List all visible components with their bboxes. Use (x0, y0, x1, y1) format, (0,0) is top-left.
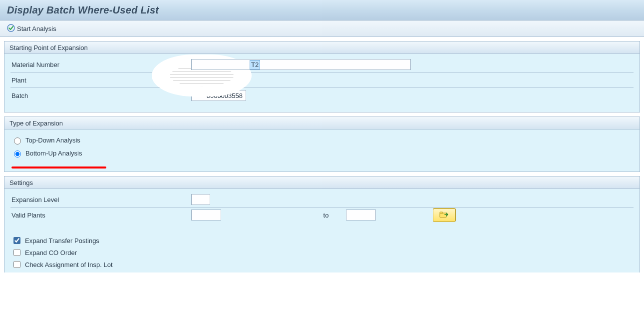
plant-label: Plant (10, 76, 191, 84)
bottom-up-radio[interactable] (14, 150, 21, 158)
start-analysis-button[interactable]: Start Analysis (5, 23, 58, 34)
bottom-up-label: Bottom-Up Analysis (25, 150, 82, 157)
app-root: Display Batch Where-Used List Start Anal… (0, 0, 644, 312)
settings-check-item[interactable]: Expand Transfer Postings (11, 234, 634, 246)
valid-plants-to-input[interactable] (346, 210, 376, 220)
valid-plants-from-input[interactable] (191, 210, 221, 220)
valid-plants-label: Valid Plants (10, 212, 191, 219)
batch-label: Batch (10, 92, 191, 100)
top-down-radio[interactable] (14, 138, 21, 144)
material-number-input[interactable] (191, 59, 411, 70)
group-starting-point: Starting Point of Expansion Material Num… (4, 41, 640, 112)
group-settings-header: Settings (4, 176, 640, 189)
check-insp-lot-label: Check Assignment of Insp. Lot (25, 261, 113, 268)
settings-check-item[interactable]: Check Assignment of Insp. Lot (11, 258, 634, 270)
group-starting-point-title: Starting Point of Expansion (9, 44, 88, 52)
check-insp-lot-checkbox[interactable] (13, 261, 20, 268)
group-type-of-expansion: Type of Expansion Top-Down Analysis Bott… (4, 116, 640, 172)
group-type-of-expansion-title: Type of Expansion (9, 120, 63, 127)
folder-arrow-icon (439, 210, 449, 220)
expansion-type-option[interactable]: Top-Down Analysis (11, 134, 633, 146)
expand-transfer-checkbox[interactable] (13, 237, 20, 244)
material-number-label: Material Number (10, 61, 191, 68)
group-settings: Settings Expansion Level Valid Plants to (4, 176, 640, 272)
annotation-red-underline (11, 166, 106, 168)
toolbar: Start Analysis (0, 20, 644, 37)
group-type-of-expansion-header: Type of Expansion (4, 117, 640, 130)
page-title: Display Batch Where-Used List (7, 4, 159, 16)
expansion-level-label: Expansion Level (10, 196, 191, 204)
group-starting-point-header: Starting Point of Expansion (4, 42, 640, 54)
group-settings-title: Settings (9, 179, 33, 186)
expansion-type-option[interactable]: Bottom-Up Analysis (11, 146, 633, 160)
expand-co-checkbox[interactable] (13, 249, 20, 256)
execute-icon (7, 24, 15, 34)
multiple-selection-button[interactable] (433, 208, 456, 222)
expansion-level-input[interactable] (191, 194, 210, 205)
svg-rect-2 (440, 212, 443, 214)
expand-co-label: Expand CO Order (25, 249, 77, 256)
top-down-label: Top-Down Analysis (25, 136, 80, 144)
expand-transfer-label: Expand Transfer Postings (25, 237, 99, 244)
start-analysis-label: Start Analysis (17, 25, 56, 32)
batch-input[interactable] (191, 90, 246, 101)
valid-plants-to-label: to (311, 212, 341, 219)
settings-check-item[interactable]: Expand CO Order (11, 246, 634, 258)
page-title-bar: Display Batch Where-Used List (0, 0, 644, 20)
